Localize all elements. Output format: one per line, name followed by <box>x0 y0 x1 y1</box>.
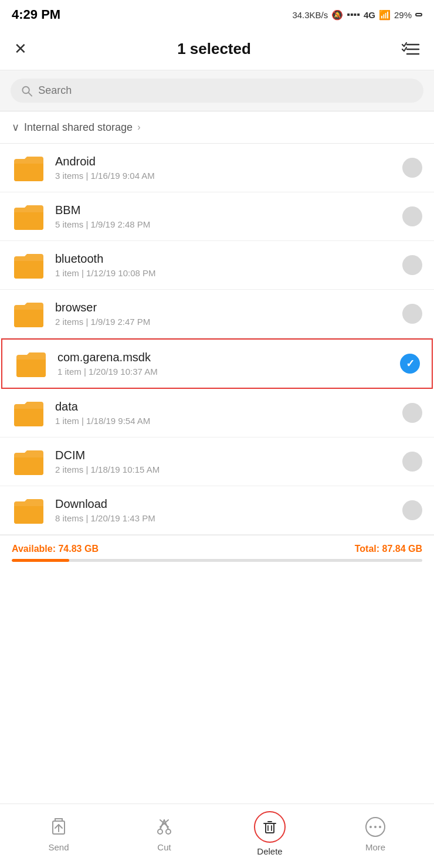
list-item[interactable]: com.garena.msdk1 item | 1/20/19 10:37 AM <box>1 338 433 389</box>
cut-icon <box>152 815 176 839</box>
folder-icon <box>12 153 45 182</box>
file-info: data1 item | 1/18/19 9:54 AM <box>55 400 402 426</box>
file-meta: 8 items | 1/20/19 1:43 PM <box>55 513 402 523</box>
battery-icon <box>415 13 422 16</box>
file-checkbox[interactable] <box>402 500 422 520</box>
cut-label: Cut <box>157 842 171 852</box>
search-icon <box>21 85 32 97</box>
file-info: BBM5 items | 1/9/19 2:48 PM <box>55 204 402 229</box>
file-name: Download <box>55 497 402 511</box>
search-input[interactable] <box>38 84 413 97</box>
folder-icon <box>14 349 47 378</box>
send-button[interactable]: Send <box>6 815 111 852</box>
network-speed: 34.3KB/s <box>292 10 328 20</box>
svg-point-19 <box>369 826 372 828</box>
file-meta: 2 items | 1/9/19 2:47 PM <box>55 317 402 327</box>
status-bar: 4:29 PM 34.3KB/s 🔕 ▪▪▪▪ 4G 📶 29% <box>0 0 434 28</box>
file-meta: 1 item | 1/12/19 10:08 PM <box>55 268 402 278</box>
folder-icon <box>12 299 45 328</box>
more-label: More <box>365 842 385 852</box>
file-name: Android <box>55 155 402 168</box>
battery-percent: 29% <box>394 10 412 20</box>
list-item[interactable]: DCIM2 items | 1/18/19 10:15 AM <box>0 438 434 486</box>
svg-rect-13 <box>266 823 274 833</box>
file-info: bluetooth1 item | 1/12/19 10:08 PM <box>55 252 402 278</box>
folder-icon <box>12 496 45 525</box>
file-meta: 5 items | 1/9/19 2:48 PM <box>55 219 402 229</box>
header: ✕ 1 selected <box>0 28 434 70</box>
list-item[interactable]: bluetooth1 item | 1/12/19 10:08 PM <box>0 241 434 290</box>
file-meta: 1 item | 1/18/19 9:54 AM <box>55 416 402 426</box>
bottom-toolbar: Send Cut Delete <box>0 803 434 868</box>
collapse-icon: ∨ <box>12 121 19 134</box>
status-icons: 34.3KB/s 🔕 ▪▪▪▪ 4G 📶 29% <box>292 9 422 21</box>
file-info: Android3 items | 1/16/19 9:04 AM <box>55 155 402 181</box>
cut-button[interactable]: Cut <box>111 815 217 852</box>
folder-icon <box>12 250 45 280</box>
breadcrumb-label: Internal shared storage <box>24 121 133 134</box>
file-info: com.garena.msdk1 item | 1/20/19 10:37 AM <box>57 351 400 377</box>
storage-info: Available: 74.83 GB Total: 87.84 GB <box>0 535 434 568</box>
file-name: com.garena.msdk <box>57 351 400 364</box>
file-checkbox[interactable] <box>402 403 422 423</box>
mute-icon: 🔕 <box>331 9 343 21</box>
svg-point-21 <box>379 826 381 828</box>
file-name: browser <box>55 301 402 314</box>
file-checkbox[interactable] <box>402 206 422 226</box>
storage-available: Available: 74.83 GB <box>12 544 99 554</box>
list-item[interactable]: BBM5 items | 1/9/19 2:48 PM <box>0 192 434 241</box>
more-icon <box>364 815 387 839</box>
folder-icon <box>12 447 45 476</box>
list-item[interactable]: data1 item | 1/18/19 9:54 AM <box>0 389 434 438</box>
list-item[interactable]: Download8 items | 1/20/19 1:43 PM <box>0 486 434 535</box>
file-checkbox[interactable] <box>402 304 422 324</box>
search-bar[interactable] <box>11 79 423 103</box>
navigate-icon: › <box>137 122 140 133</box>
file-meta: 1 item | 1/20/19 10:37 AM <box>57 367 400 377</box>
folder-icon <box>12 398 45 428</box>
send-label: Send <box>48 842 69 852</box>
delete-button[interactable]: Delete <box>217 811 323 856</box>
file-checkbox[interactable] <box>402 255 422 275</box>
svg-point-7 <box>158 829 162 834</box>
file-name: bluetooth <box>55 252 402 266</box>
status-time: 4:29 PM <box>12 7 60 22</box>
storage-progress-bar <box>12 559 422 562</box>
close-button[interactable]: ✕ <box>14 40 27 58</box>
more-button[interactable]: More <box>323 815 428 852</box>
svg-point-8 <box>166 829 171 834</box>
file-name: BBM <box>55 204 402 217</box>
file-meta: 2 items | 1/18/19 10:15 AM <box>55 464 402 474</box>
file-meta: 3 items | 1/16/19 9:04 AM <box>55 171 402 181</box>
search-container <box>0 70 434 111</box>
file-checkbox[interactable] <box>402 158 422 178</box>
send-icon <box>47 815 70 839</box>
list-item[interactable]: browser2 items | 1/9/19 2:47 PM <box>0 290 434 338</box>
svg-line-4 <box>28 92 32 96</box>
breadcrumb[interactable]: ∨ Internal shared storage › <box>0 111 434 144</box>
svg-point-20 <box>374 826 377 828</box>
file-checkbox[interactable] <box>400 354 420 374</box>
page-title: 1 selected <box>177 40 251 58</box>
file-checkbox[interactable] <box>402 452 422 472</box>
network-type: 4G <box>364 10 375 20</box>
file-name: DCIM <box>55 449 402 462</box>
delete-label: Delete <box>257 846 282 856</box>
file-info: Download8 items | 1/20/19 1:43 PM <box>55 497 402 523</box>
file-info: DCIM2 items | 1/18/19 10:15 AM <box>55 449 402 474</box>
folder-icon <box>12 202 45 231</box>
storage-progress-fill <box>12 559 69 562</box>
file-name: data <box>55 400 402 413</box>
signal-icon: ▪▪▪▪ <box>347 9 360 20</box>
list-item[interactable]: Android3 items | 1/16/19 9:04 AM <box>0 144 434 192</box>
wifi-icon: 📶 <box>379 9 391 21</box>
file-list: Android3 items | 1/16/19 9:04 AM BBM5 it… <box>0 144 434 535</box>
storage-total: Total: 87.84 GB <box>355 544 422 554</box>
select-all-button[interactable] <box>401 41 420 57</box>
file-info: browser2 items | 1/9/19 2:47 PM <box>55 301 402 327</box>
delete-icon <box>254 811 286 843</box>
